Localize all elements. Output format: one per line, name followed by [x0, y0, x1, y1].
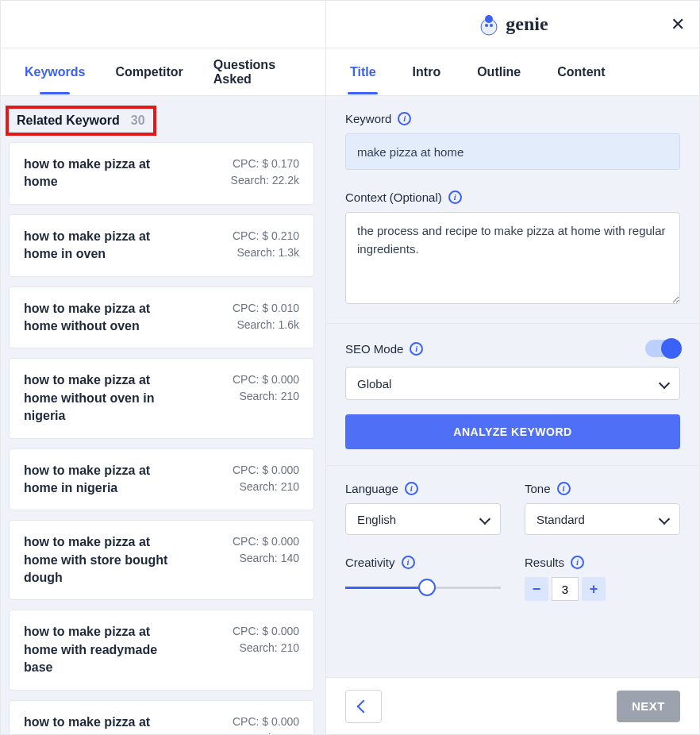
search-value: Search: 22.2k [231, 172, 299, 189]
info-icon[interactable]: i [410, 342, 423, 356]
related-keyword-header: Related Keyword 30 [6, 106, 156, 136]
cpc-value: CPC: $ 0.000 [233, 371, 299, 388]
results-stepper: − + [525, 577, 680, 601]
next-button[interactable]: NEXT [617, 691, 680, 722]
chevron-down-icon [659, 514, 670, 525]
keyword-card[interactable]: how to make pizza at home with store bou… [9, 520, 314, 600]
analyze-keyword-button[interactable]: ANALYZE KEYWORD [345, 414, 680, 449]
search-value: Search: 210 [233, 640, 299, 656]
keyword-text: how to make pizza at home in nigeria [24, 462, 171, 498]
keyword-list[interactable]: Related Keyword 30 how to make pizza at … [1, 96, 325, 734]
tone-value: Standard [537, 513, 585, 526]
info-icon[interactable]: i [398, 112, 411, 125]
close-button[interactable]: ✕ [671, 14, 685, 35]
keyword-stats: CPC: $ 0.210Search: 1.3k [233, 228, 299, 261]
increment-button[interactable]: + [582, 577, 606, 601]
keyword-text: how to make pizza at home in oven [24, 228, 171, 264]
right-tabs: Title Intro Outline Content [326, 48, 699, 96]
left-header-blank [1, 1, 325, 48]
region-value: Global [357, 377, 391, 391]
tab-content[interactable]: Content [557, 51, 605, 94]
tab-intro[interactable]: Intro [413, 51, 441, 94]
search-value: Search: 210 [233, 388, 299, 405]
related-title: Related Keyword [17, 114, 120, 128]
keyword-stats: CPC: $ 0.000Search: 140 [233, 533, 299, 567]
cpc-value: CPC: $ 0.000 [233, 533, 299, 550]
svg-point-2 [485, 24, 488, 27]
brand-name: genie [506, 13, 548, 35]
keyword-card[interactable]: how to make pizza at home without ovenCP… [9, 287, 314, 349]
creativity-slider[interactable] [345, 579, 501, 596]
search-value: Search: 1.6k [233, 317, 299, 333]
info-icon[interactable]: i [571, 556, 584, 569]
keyword-text: how to make pizza at home without oven i… [24, 371, 171, 425]
decrement-button[interactable]: − [525, 577, 548, 601]
keyword-text: how to make pizza at home without oven [24, 300, 171, 336]
keyword-card[interactable]: how to make pizza at home in microwaveCP… [9, 700, 314, 734]
keyword-card[interactable]: how to make pizza at home in ovenCPC: $ … [9, 214, 314, 277]
keyword-text: how to make pizza at home with store bou… [24, 533, 171, 587]
language-value: English [357, 513, 396, 526]
seo-mode-label: SEO Mode [345, 342, 403, 356]
left-panel: Keywords Competitor Questions Asked Rela… [1, 1, 326, 734]
keyword-stats: CPC: $ 0.170Search: 22.2k [231, 156, 299, 189]
related-count: 30 [131, 114, 145, 128]
tab-competitor[interactable]: Competitor [115, 51, 183, 94]
brand-logo: genie [477, 13, 548, 37]
cpc-value: CPC: $ 0.000 [233, 714, 299, 730]
creativity-label: Creativity [345, 556, 395, 569]
tab-questions[interactable]: Questions Asked [213, 44, 302, 101]
chevron-down-icon [479, 514, 490, 525]
keyword-card[interactable]: how to make pizza at home in nigeriaCPC:… [9, 448, 314, 511]
app-header: genie ✕ [326, 1, 699, 48]
keyword-text: how to make pizza at home [24, 156, 171, 191]
keyword-text: how to make pizza at home with readymade… [24, 623, 171, 676]
keyword-card[interactable]: how to make pizza at home with readymade… [9, 610, 314, 690]
language-label: Language [345, 482, 398, 495]
keyword-card[interactable]: how to make pizza at homeCPC: $ 0.170Sea… [9, 142, 314, 205]
tab-keywords[interactable]: Keywords [25, 51, 85, 94]
language-select[interactable]: English [345, 503, 501, 535]
search-value: Search: 110 [233, 730, 299, 734]
search-value: Search: 210 [233, 479, 299, 495]
info-icon[interactable]: i [405, 482, 418, 495]
cpc-value: CPC: $ 0.010 [233, 300, 299, 317]
form-body: Keyword i Context (Optional) i SEO Mode … [326, 96, 699, 677]
info-icon[interactable]: i [402, 556, 415, 569]
keyword-card[interactable]: how to make pizza at home without oven i… [9, 358, 314, 438]
keyword-text: how to make pizza at home in microwave [24, 714, 171, 734]
results-value[interactable] [552, 577, 579, 601]
tab-title[interactable]: Title [350, 51, 376, 94]
svg-point-3 [490, 24, 493, 27]
tone-select[interactable]: Standard [525, 503, 680, 535]
keyword-label: Keyword [345, 112, 391, 125]
cpc-value: CPC: $ 0.000 [233, 623, 299, 640]
seo-mode-toggle[interactable] [645, 340, 680, 357]
back-button[interactable] [345, 690, 382, 723]
keyword-stats: CPC: $ 0.010Search: 1.6k [233, 300, 299, 333]
info-icon[interactable]: i [557, 482, 571, 495]
search-value: Search: 140 [233, 550, 299, 567]
footer: NEXT [326, 677, 699, 734]
info-icon[interactable]: i [448, 190, 462, 204]
context-textarea[interactable] [345, 212, 680, 304]
context-label: Context (Optional) [345, 190, 442, 204]
cpc-value: CPC: $ 0.000 [233, 462, 299, 479]
right-panel: genie ✕ Title Intro Outline Content Keyw… [326, 1, 699, 734]
cpc-value: CPC: $ 0.210 [233, 228, 299, 244]
tab-outline[interactable]: Outline [477, 51, 521, 94]
keyword-stats: CPC: $ 0.000Search: 210 [233, 371, 299, 405]
keyword-input[interactable] [345, 133, 680, 170]
chevron-left-icon [357, 699, 371, 713]
genie-icon [477, 13, 501, 37]
region-select[interactable]: Global [345, 367, 680, 400]
keyword-stats: CPC: $ 0.000Search: 210 [233, 623, 299, 656]
chevron-down-icon [659, 378, 670, 389]
cpc-value: CPC: $ 0.170 [231, 156, 299, 172]
search-value: Search: 1.3k [233, 244, 299, 261]
keyword-stats: CPC: $ 0.000Search: 210 [233, 462, 299, 495]
left-tabs: Keywords Competitor Questions Asked [1, 48, 325, 96]
results-label: Results [525, 556, 564, 569]
svg-point-1 [485, 15, 493, 23]
tone-label: Tone [525, 482, 551, 495]
